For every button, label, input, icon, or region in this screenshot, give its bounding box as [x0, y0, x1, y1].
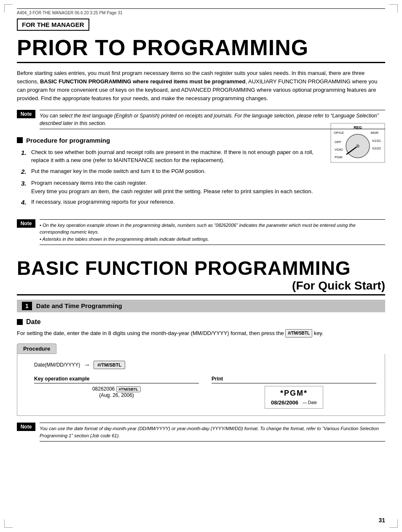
- procedure-area: REG OPX/Z MGR OFF X1/Z1 VOID X2/Z2 PGM 1…: [17, 148, 385, 213]
- key-op-value: 08262006: [92, 386, 115, 392]
- procedure-tab: Procedure: [17, 343, 56, 354]
- proc-num-4: 4.: [21, 198, 29, 207]
- date-label: Date: [308, 400, 317, 405]
- date-arrow-line: — Date: [303, 400, 317, 405]
- note2-line2: • Asterisks in the tables shown in the p…: [40, 237, 209, 242]
- date-subheading: Date: [17, 318, 385, 326]
- proc-step-4: 4. If necessary, issue programming repor…: [21, 198, 385, 207]
- proc-text-3: Program necessary items into the cash re…: [31, 179, 313, 195]
- note-label-1: Note: [17, 110, 35, 118]
- square-bullet-2: [17, 319, 23, 325]
- proc-step-3: 3. Program necessary items into the cash…: [21, 179, 385, 195]
- note-text-3: You can use the date format of day-month…: [40, 423, 385, 442]
- flow-label: Date(MM/DD/YYYY): [34, 362, 80, 368]
- manager-box: FOR THE MANAGER: [17, 19, 89, 31]
- svg-text:VOID: VOID: [335, 148, 343, 152]
- print-content: *PGM* 08/26/2006 — Date: [212, 386, 376, 409]
- proc-text-1: Check to see whether both journal and re…: [31, 148, 322, 165]
- note-box-1: Note You can select the text language (E…: [17, 110, 385, 129]
- date-value: 08/26/2006: [271, 399, 298, 406]
- intro-paragraph: Before starting sales entries, you must …: [17, 69, 385, 103]
- svg-text:OPX/Z: OPX/Z: [334, 131, 344, 135]
- square-bullet-1: [17, 137, 23, 143]
- print-receipt: *PGM* 08/26/2006 — Date: [265, 386, 323, 409]
- basic-subtitle: (For Quick Start): [17, 279, 385, 294]
- note-text-1: You can select the text language (Englis…: [40, 110, 385, 129]
- note-box-2: Note • On the key operation example show…: [17, 219, 385, 245]
- hash-tm-sbtl-key: #/TM/SBTL: [285, 329, 312, 338]
- corner-mark-bl: [4, 519, 13, 528]
- svg-text:X2/Z2: X2/Z2: [372, 146, 381, 150]
- date-desc-text1: For setting the date, enter the date in …: [17, 330, 284, 336]
- note-label-3: Note: [17, 423, 35, 431]
- key-op-key: #/TM/SBTL: [116, 386, 141, 392]
- svg-text:PGM: PGM: [335, 155, 343, 159]
- date-heading-text: Date: [26, 318, 41, 326]
- corner-mark-br: [389, 519, 398, 528]
- section-num-1: 1: [22, 302, 32, 310]
- key-op-col: Key operation example 08262006 #/TM/SBTL…: [34, 376, 199, 409]
- basic-title: BASIC FUNCTION PROGRAMMING: [17, 258, 385, 279]
- header-meta: A404_3 FOR THE MANAGER 06.6.20 3:25 PM P…: [17, 8, 385, 15]
- date-description: For setting the date, enter the date in …: [17, 329, 385, 338]
- basic-title-section: BASIC FUNCTION PROGRAMMING (For Quick St…: [17, 258, 385, 295]
- section-1-bar: 1 Date and Time Programming: [17, 300, 385, 312]
- procedure-heading: Procedure for programming: [17, 137, 385, 144]
- print-header: Print: [212, 376, 376, 383]
- corner-mark-tl: [4, 4, 13, 13]
- key-op-header: Key operation example: [34, 376, 199, 383]
- note-box-3: Note You can use the date format of day-…: [17, 423, 385, 442]
- section-bar-title-1: Date and Time Programming: [36, 302, 122, 309]
- page-number: 31: [378, 517, 385, 524]
- proc-num-3: 3.: [21, 179, 29, 189]
- proc-text-4: If necessary, issue programming reports …: [31, 198, 175, 206]
- procedure-box: Date(MM/DD/YYYY) → #/TM/SBTL Key operati…: [17, 354, 385, 416]
- page-title: PRIOR TO PROGRAMMING: [17, 35, 385, 63]
- date-desc-text2: key.: [314, 330, 324, 336]
- flow-arrow: →: [83, 361, 90, 369]
- proc-text-2: Put the manager key in the mode switch a…: [31, 167, 206, 176]
- proc-step-2: 2. Put the manager key in the mode switc…: [21, 167, 385, 177]
- date-line: 08/26/2006 — Date: [271, 399, 317, 406]
- print-col: Print *PGM* 08/26/2006 — Date: [212, 376, 376, 409]
- procedure-heading-text: Procedure for programming: [26, 137, 110, 144]
- intro-bold: BASIC FUNCTION PROGRAMMING where require…: [40, 78, 246, 85]
- note-label-2: Note: [17, 219, 35, 228]
- svg-point-11: [356, 144, 359, 148]
- key-op-sub: (Aug. 26, 2006): [99, 392, 134, 398]
- note-text-2: • On the key operation example shown in …: [40, 219, 385, 245]
- proc-step-1: 1. Check to see whether both journal and…: [21, 148, 322, 165]
- svg-text:X1/Z1: X1/Z1: [372, 139, 381, 143]
- svg-text:OFF: OFF: [335, 140, 341, 144]
- corner-mark-tr: [389, 4, 398, 13]
- pgm-label: *PGM*: [271, 389, 317, 398]
- svg-text:MGR: MGR: [371, 131, 379, 135]
- note2-line1: • On the key operation example shown in …: [40, 223, 356, 235]
- proc-num-2: 2.: [21, 167, 29, 177]
- example-table: Key operation example 08262006 #/TM/SBTL…: [34, 376, 376, 409]
- proc-num-1: 1.: [21, 148, 29, 158]
- flow-key: #/TM/SBTL: [94, 361, 125, 369]
- key-op-content: 08262006 #/TM/SBTL (Aug. 26, 2006): [34, 386, 199, 398]
- flow-row: Date(MM/DD/YYYY) → #/TM/SBTL: [34, 361, 376, 369]
